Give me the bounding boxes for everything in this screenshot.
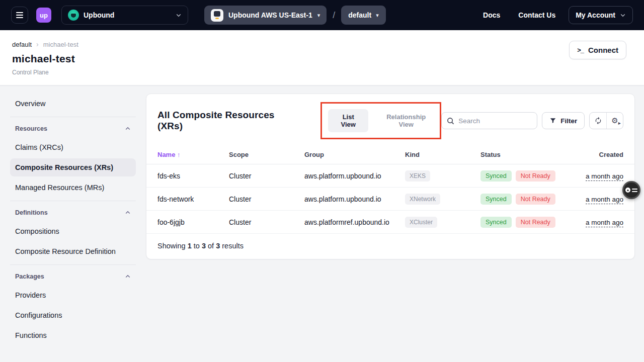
sidebar-item-composite-resources[interactable]: Composite Resources (XRs) <box>10 158 136 176</box>
app: up Upbound Upbound AWS US-East-1 ▾ / def… <box>0 0 644 362</box>
cell-group: aws.platform.upbound.io <box>304 195 405 203</box>
sidebar: Overview Resources Claims (XRCs) Composi… <box>10 85 136 362</box>
contact-us-link[interactable]: Contact Us <box>518 11 555 19</box>
sidebar-divider <box>10 201 136 201</box>
cell-scope: Cluster <box>229 195 304 203</box>
hamburger-icon <box>16 12 23 13</box>
page-subtitle: Control Plane <box>12 69 644 76</box>
cell-group: aws.platformref.upbound.io <box>304 218 405 226</box>
page-header: default › michael-test michael-test Cont… <box>0 30 644 85</box>
cell-group: aws.platform.upbound.io <box>304 172 405 180</box>
cell-name: fds-eks <box>157 172 229 180</box>
column-header-status[interactable]: Status <box>480 151 576 158</box>
cell-created: a month ago <box>586 172 623 180</box>
table-row[interactable]: fds-network Cluster aws.platform.upbound… <box>146 188 634 211</box>
results-summary: Showing 1 to 3 of 3 results <box>146 234 634 259</box>
org-switcher-dropdown[interactable]: Upbound <box>61 6 188 25</box>
section-label: Packages <box>15 273 44 280</box>
sidebar-section-packages[interactable]: Packages <box>10 269 136 284</box>
upbound-logo[interactable]: up <box>36 8 51 23</box>
kind-badge: XCluster <box>405 217 437 228</box>
my-account-label: My Account <box>576 11 615 19</box>
control-plane-switcher[interactable]: Upbound AWS US-East-1 ▾ <box>204 6 327 25</box>
cell-status: Synced Not Ready <box>480 217 576 228</box>
table-row[interactable]: foo-6jgjb Cluster aws.platformref.upboun… <box>146 211 634 234</box>
cell-created: a month ago <box>586 218 623 226</box>
relationship-view-tab[interactable]: Relationship View <box>378 113 434 128</box>
filter-label: Filter <box>560 117 577 125</box>
column-header-scope[interactable]: Scope <box>229 151 304 158</box>
chevron-up-icon <box>125 126 131 132</box>
sidebar-divider <box>10 117 136 117</box>
main-area: All Composite Resources (XRs) List View … <box>136 85 644 362</box>
my-account-button[interactable]: My Account <box>569 6 633 24</box>
synced-badge: Synced <box>480 194 512 205</box>
sidebar-item-overview[interactable]: Overview <box>10 95 136 113</box>
breadcrumb-parent[interactable]: default <box>12 41 32 48</box>
card-title: All Composite Resources (XRs) <box>157 110 301 132</box>
cell-scope: Cluster <box>229 218 304 226</box>
cell-name: fds-network <box>157 195 229 203</box>
column-header-name[interactable]: Name ↑ <box>157 151 229 158</box>
group-switcher[interactable]: default ▾ <box>341 6 385 25</box>
sort-asc-icon: ↑ <box>177 151 181 158</box>
sidebar-item-providers[interactable]: Providers <box>10 286 136 304</box>
kind-badge: XEKS <box>405 170 430 182</box>
connect-button[interactable]: >_ Connect <box>569 41 626 59</box>
sidebar-item-managed-resources[interactable]: Managed Resources (MRs) <box>10 178 136 197</box>
search-input[interactable] <box>458 117 532 125</box>
list-view-tab[interactable]: List View <box>328 109 368 132</box>
page-title: michael-test <box>12 53 644 65</box>
sidebar-item-compositions[interactable]: Compositions <box>10 222 136 240</box>
refresh-icon <box>594 117 602 125</box>
caret-down-icon: ▾ <box>317 13 320 18</box>
search-box <box>441 112 537 129</box>
card-header: All Composite Resources (XRs) List View … <box>146 94 634 145</box>
sidebar-section-definitions[interactable]: Definitions <box>10 205 136 220</box>
path-separator: / <box>333 10 335 21</box>
not-ready-badge: Not Ready <box>516 217 555 228</box>
red-annotation-box: List View Relationship View <box>320 102 441 139</box>
sidebar-item-claims[interactable]: Claims (XRCs) <box>10 138 136 156</box>
cell-kind: XCluster <box>405 217 480 228</box>
cell-scope: Cluster <box>229 172 304 180</box>
synced-badge: Synced <box>480 170 512 182</box>
sidebar-item-configurations[interactable]: Configurations <box>10 306 136 324</box>
section-label: Resources <box>15 125 47 132</box>
cell-name: foo-6jgjb <box>157 218 229 226</box>
breadcrumb-leaf: michael-test <box>43 41 78 48</box>
cell-kind: XEKS <box>405 170 480 182</box>
funnel-icon <box>549 117 556 124</box>
table-header-row: Name ↑ Scope Group Kind Status Created <box>146 145 634 164</box>
org-avatar-icon <box>68 10 79 21</box>
floating-widget-button[interactable] <box>622 181 640 199</box>
created-tooltip-text[interactable]: a month ago <box>586 172 623 181</box>
chevron-down-icon <box>620 12 626 18</box>
chevron-up-icon <box>125 274 131 280</box>
synced-badge: Synced <box>480 217 512 228</box>
sidebar-item-functions[interactable]: Functions <box>10 326 136 344</box>
sidebar-item-composite-resource-definition[interactable]: Composite Resource Definition <box>10 242 136 260</box>
sidebar-section-resources[interactable]: Resources <box>10 121 136 136</box>
table-row[interactable]: fds-eks Cluster aws.platform.upbound.io … <box>146 164 634 188</box>
refresh-control-group: ⚙▸ <box>589 112 623 129</box>
section-label: Definitions <box>15 209 48 216</box>
cell-status: Synced Not Ready <box>480 170 576 182</box>
cell-kind: XNetwork <box>405 194 480 205</box>
refresh-button[interactable] <box>590 113 606 129</box>
docs-link[interactable]: Docs <box>483 11 500 19</box>
filter-button[interactable]: Filter <box>542 112 585 129</box>
gear-play-icon: ⚙▸ <box>611 117 618 125</box>
created-tooltip-text[interactable]: a month ago <box>586 219 623 227</box>
top-navbar: up Upbound Upbound AWS US-East-1 ▾ / def… <box>0 0 644 30</box>
created-tooltip-text[interactable]: a month ago <box>586 196 623 204</box>
control-plane-name: Upbound AWS US-East-1 <box>228 11 312 19</box>
menu-button[interactable] <box>11 7 28 24</box>
kind-badge: XNetwork <box>405 194 440 205</box>
cell-status: Synced Not Ready <box>480 194 576 205</box>
column-header-group[interactable]: Group <box>304 151 405 158</box>
column-header-created[interactable]: Created <box>599 151 623 158</box>
auto-refresh-settings-button[interactable]: ⚙▸ <box>606 113 623 129</box>
org-name: Upbound <box>84 11 114 19</box>
column-header-kind[interactable]: Kind <box>405 151 480 158</box>
